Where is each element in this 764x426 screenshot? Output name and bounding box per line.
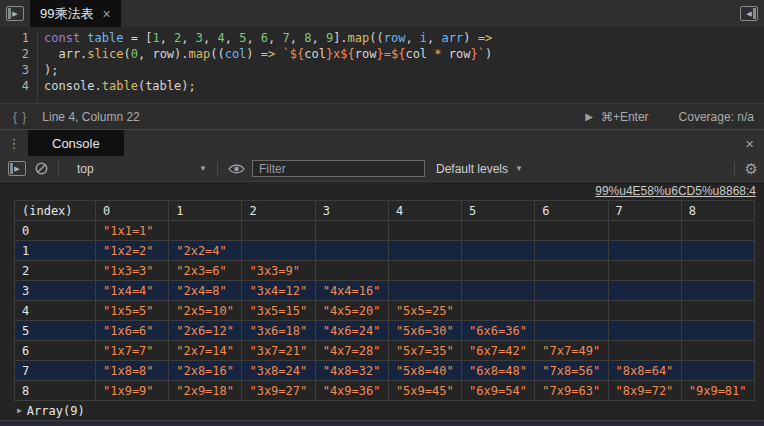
table-cell xyxy=(681,281,754,301)
drawer-menu-icon[interactable]: ⋮ xyxy=(0,130,28,156)
tab-console[interactable]: Console xyxy=(28,130,124,156)
close-tab-icon[interactable]: × xyxy=(102,7,110,21)
live-expression-eye-icon[interactable] xyxy=(228,163,245,175)
array-preview-row[interactable]: ▶ Array(9) xyxy=(0,403,764,418)
clear-console-icon[interactable] xyxy=(35,162,48,175)
table-row[interactable]: 2"1x3=3""2x3=6""3x3=9" xyxy=(15,261,755,281)
close-drawer-icon[interactable]: × xyxy=(745,135,754,152)
run-snippet-icon[interactable]: ▶ xyxy=(585,111,593,122)
filter-input[interactable] xyxy=(252,160,425,177)
table-header-cell[interactable]: 0 xyxy=(96,201,169,221)
expand-triangle-icon[interactable]: ▶ xyxy=(17,406,22,415)
code-editor[interactable]: 1234 const table = [1, 2, 3, 4, 5, 6, 7,… xyxy=(0,27,764,103)
table-cell: "4x5=20" xyxy=(315,301,388,321)
table-cell: "2x8=16" xyxy=(169,361,242,381)
table-cell: "4x7=28" xyxy=(315,341,388,361)
line-number: 3 xyxy=(0,62,29,78)
chevron-down-icon: ▼ xyxy=(199,164,207,173)
log-levels-dropdown[interactable]: Default levels ▼ xyxy=(436,162,523,176)
table-cell xyxy=(535,321,608,341)
table-cell xyxy=(608,281,681,301)
table-header-cell[interactable]: 2 xyxy=(242,201,315,221)
run-shortcut-label: ⌘+Enter xyxy=(601,110,649,124)
console-prompt-strip[interactable] xyxy=(0,420,764,426)
editor-gutter: 1234 xyxy=(0,30,38,103)
tab-bar-spacer xyxy=(121,0,734,27)
code-line[interactable]: arr.slice(0, row).map((col) => `${col}x$… xyxy=(44,46,492,62)
table-cell xyxy=(608,221,681,241)
table-cell xyxy=(608,261,681,281)
table-cell xyxy=(315,261,388,281)
table-cell: "1x6=6" xyxy=(96,321,169,341)
table-row[interactable]: 4"1x5=5""2x5=10""3x5=15""4x5=20""5x5=25" xyxy=(15,301,755,321)
table-cell: "1x9=9" xyxy=(96,381,169,401)
table-row[interactable]: 7"1x8=8""2x8=16""3x8=24""4x8=32""5x8=40"… xyxy=(15,361,755,381)
collapse-panel-icon[interactable]: ◀ xyxy=(740,6,758,21)
table-cell xyxy=(388,221,461,241)
table-cell: "5x7=35" xyxy=(388,341,461,361)
table-row[interactable]: 5"1x6=6""2x6=12""3x6=18""4x6=24""5x6=30"… xyxy=(15,321,755,341)
table-cell: "2x4=8" xyxy=(169,281,242,301)
table-cell xyxy=(681,221,754,241)
table-row[interactable]: 8"1x9=9""2x9=18""3x9=27""4x9=36""5x9=45"… xyxy=(15,381,755,401)
table-header-cell[interactable]: 6 xyxy=(535,201,608,221)
table-header-cell[interactable]: 7 xyxy=(608,201,681,221)
table-cell xyxy=(462,281,535,301)
table-header-cell[interactable]: 4 xyxy=(388,201,461,221)
pretty-print-icon[interactable]: { } xyxy=(13,110,27,124)
context-selector[interactable]: top ▼ xyxy=(69,162,207,176)
table-cell: "7x9=63" xyxy=(535,381,608,401)
context-selector-value: top xyxy=(77,162,94,176)
table-cell xyxy=(608,341,681,361)
editor-code[interactable]: const table = [1, 2, 3, 4, 5, 6, 7, 8, 9… xyxy=(38,30,492,103)
table-cell: "5x6=30" xyxy=(388,321,461,341)
code-line[interactable]: const table = [1, 2, 3, 4, 5, 6, 7, 8, 9… xyxy=(44,30,492,46)
console-message-header: 99%u4E58%u6CD5%u8868:4 xyxy=(0,182,764,200)
toolbar-divider xyxy=(217,162,218,176)
table-cell xyxy=(608,321,681,341)
table-cell: "1x5=5" xyxy=(96,301,169,321)
table-cell: "2x3=6" xyxy=(169,261,242,281)
snippet-tab[interactable]: 99乘法表 × xyxy=(30,0,121,27)
table-row[interactable]: 0"1x1=1" xyxy=(15,221,755,241)
table-header-cell[interactable]: 5 xyxy=(462,201,535,221)
table-cell: "2x2=4" xyxy=(169,241,242,261)
table-index-cell: 2 xyxy=(15,261,96,281)
table-cell: "1x3=3" xyxy=(96,261,169,281)
table-cell xyxy=(462,221,535,241)
console-toolbar: ▶ top ▼ Default levels ▼ ⚙ xyxy=(0,156,764,182)
table-header-cell[interactable]: 1 xyxy=(169,201,242,221)
table-row[interactable]: 1"1x2=2""2x2=4" xyxy=(15,241,755,261)
console-settings-gear-icon[interactable]: ⚙ xyxy=(745,161,758,176)
table-index-cell: 6 xyxy=(15,341,96,361)
table-header-cell[interactable]: 8 xyxy=(681,201,754,221)
drawer-tab-bar: ⋮ Console × xyxy=(0,129,764,156)
table-cell xyxy=(681,341,754,361)
table-cell xyxy=(169,221,242,241)
table-cell: "2x7=14" xyxy=(169,341,242,361)
table-cell: "5x9=45" xyxy=(388,381,461,401)
table-row[interactable]: 3"1x4=4""2x4=8""3x4=12""4x4=16" xyxy=(15,281,755,301)
play-triangle-icon: ▶ xyxy=(12,10,17,17)
editor-tab-bar: ▶ 99乘法表 × ◀ xyxy=(0,0,764,27)
console-sidebar-toggle-icon[interactable]: ▶ xyxy=(8,161,26,176)
table-cell xyxy=(681,261,754,281)
console-source-link[interactable]: 99%u4E58%u6CD5%u8868:4 xyxy=(595,184,756,198)
show-navigator-icon[interactable]: ▶ xyxy=(6,6,24,21)
table-header-cell[interactable]: 3 xyxy=(315,201,388,221)
table-cell: "4x4=16" xyxy=(315,281,388,301)
table-cell: "2x5=10" xyxy=(169,301,242,321)
table-cell xyxy=(242,241,315,261)
table-header-cell[interactable]: (index) xyxy=(15,201,96,221)
table-row[interactable]: 6"1x7=7""2x7=14""3x7=21""4x7=28""5x7=35"… xyxy=(15,341,755,361)
table-cell: "3x3=9" xyxy=(242,261,315,281)
code-line[interactable]: ); xyxy=(44,62,492,78)
table-cell xyxy=(681,301,754,321)
table-cell: "8x8=64" xyxy=(608,361,681,381)
table-cell: "2x9=18" xyxy=(169,381,242,401)
table-cell: "4x6=24" xyxy=(315,321,388,341)
snippet-tab-title: 99乘法表 xyxy=(40,5,93,23)
code-line[interactable]: console.table(table); xyxy=(44,78,492,94)
table-index-cell: 8 xyxy=(15,381,96,401)
toolbar-divider xyxy=(734,162,735,176)
